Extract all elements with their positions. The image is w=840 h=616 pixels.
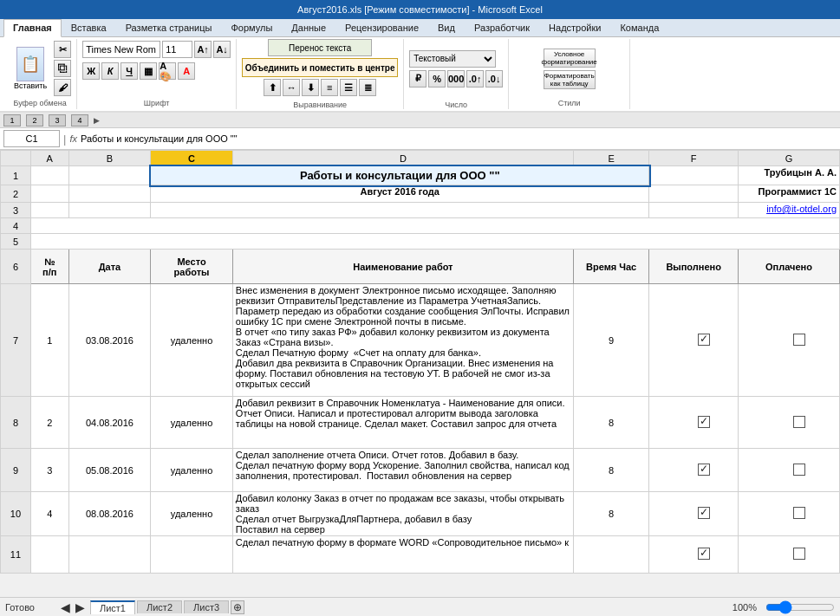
font-name-input[interactable] (82, 41, 160, 58)
tab-view[interactable]: Вид (428, 19, 465, 36)
col-header-a[interactable]: A (30, 151, 68, 166)
increase-font-button[interactable]: A↑ (194, 41, 212, 58)
row-num-4[interactable]: 4 (71, 114, 88, 126)
cell-row4[interactable] (30, 218, 839, 234)
currency-button[interactable]: ₽ (409, 70, 427, 88)
cell-a1[interactable] (30, 166, 68, 185)
cell-e8[interactable]: 8 (573, 397, 648, 449)
done-checkbox-7[interactable] (698, 334, 710, 346)
done-checkbox-8[interactable] (698, 416, 710, 428)
paid-checkbox-11[interactable] (793, 548, 805, 560)
bold-button[interactable]: Ж (82, 62, 100, 80)
underline-button[interactable]: Ч (120, 62, 138, 80)
cell-a3[interactable] (30, 203, 68, 218)
cell-g7[interactable] (739, 284, 840, 397)
tab-review[interactable]: Рецензирование (335, 19, 428, 36)
cell-b3[interactable] (68, 203, 151, 218)
cell-c3[interactable] (151, 203, 649, 218)
add-new-sheet-button[interactable]: ⊕ (231, 600, 244, 614)
cell-row5[interactable] (30, 234, 839, 250)
cell-g9[interactable] (739, 449, 840, 492)
paid-checkbox-10[interactable] (793, 507, 805, 519)
tab-data[interactable]: Данные (282, 19, 335, 36)
cell-e6[interactable]: Время Час (573, 250, 648, 284)
cell-g2[interactable]: Программист 1С (739, 185, 840, 203)
cell-b9[interactable]: 05.08.2016 (68, 449, 151, 492)
cell-g3[interactable]: info@it-otdel.org (739, 203, 840, 218)
cell-a7[interactable]: 1 (30, 284, 68, 397)
thousands-button[interactable]: 000 (447, 70, 465, 88)
cell-f2[interactable] (649, 185, 739, 203)
cell-b11[interactable] (68, 536, 151, 574)
cell-c2[interactable]: Август 2016 года (151, 185, 649, 203)
cell-g1[interactable]: Трубицын А. А. (739, 166, 840, 185)
sheet-tab-1[interactable]: Лист1 (90, 600, 135, 614)
cell-c10[interactable]: удаленно (151, 492, 233, 536)
done-checkbox-11[interactable] (698, 548, 710, 560)
add-sheet-button[interactable]: ◀ (61, 600, 70, 614)
cell-c7[interactable]: удаленно (151, 284, 233, 397)
decrease-font-button[interactable]: A↓ (213, 41, 231, 58)
col-header-b[interactable]: B (68, 151, 151, 166)
copy-button[interactable]: ⿻ (54, 60, 71, 77)
merge-button[interactable]: Объединить и поместить в центре (242, 58, 398, 77)
col-header-c[interactable]: C (151, 151, 233, 166)
cell-e9[interactable]: 8 (573, 449, 648, 492)
tab-formulas[interactable]: Формулы (221, 19, 282, 36)
tab-home[interactable]: Главная (3, 19, 62, 37)
cell-b7[interactable]: 03.08.2016 (68, 284, 151, 397)
cell-a11[interactable] (30, 536, 68, 574)
cell-d11[interactable]: Сделал печатную форму в формате WORD «Со… (232, 536, 573, 574)
cell-e10[interactable]: 8 (573, 492, 648, 536)
wrap-text-button[interactable]: Перенос текста (268, 39, 372, 56)
cell-f6[interactable]: Выполнено (649, 250, 739, 284)
conditional-format-button[interactable]: Условное форматирование (544, 49, 596, 68)
row-num-2[interactable]: 2 (26, 114, 43, 126)
cell-d7[interactable]: Внес изменения в документ Электронное пи… (232, 284, 573, 397)
font-color-button[interactable]: A (178, 62, 195, 80)
row-num-3[interactable]: 3 (49, 114, 66, 126)
tab-developer[interactable]: Разработчик (465, 19, 539, 36)
col-header-g[interactable]: G (739, 151, 840, 166)
zoom-slider[interactable] (765, 600, 835, 614)
cell-e7[interactable]: 9 (573, 284, 648, 397)
sheet-tab-3[interactable]: Лист3 (184, 600, 229, 613)
align-middle-button[interactable]: ↔ (283, 79, 300, 96)
align-center-button[interactable]: ☰ (340, 79, 357, 96)
cell-f7[interactable] (649, 284, 739, 397)
align-bottom-button[interactable]: ⬇ (302, 79, 319, 96)
done-checkbox-10[interactable] (698, 507, 710, 519)
cell-g8[interactable] (739, 397, 840, 449)
cell-f1[interactable] (649, 166, 739, 185)
cell-c9[interactable]: удаленно (151, 449, 233, 492)
align-top-button[interactable]: ⬆ (264, 79, 281, 96)
format-painter-button[interactable]: 🖌 (54, 79, 71, 96)
format-table-button[interactable]: Форматировать как таблицу (544, 70, 596, 89)
cell-f9[interactable] (649, 449, 739, 492)
cell-b6[interactable]: Дата (68, 250, 151, 284)
cell-a8[interactable]: 2 (30, 397, 68, 449)
cell-g6[interactable]: Оплачено (739, 250, 840, 284)
sheet-tab-2[interactable]: Лист2 (137, 600, 182, 613)
cell-f3[interactable] (649, 203, 739, 218)
cell-b10[interactable]: 08.08.2016 (68, 492, 151, 536)
cell-reference-input[interactable] (3, 130, 60, 147)
col-header-d[interactable]: D (232, 151, 573, 166)
row-num-1[interactable]: 1 (3, 114, 21, 126)
cell-c8[interactable]: удаленно (151, 397, 233, 449)
tab-page-layout[interactable]: Разметка страницы (116, 19, 222, 36)
cell-a9[interactable]: 3 (30, 449, 68, 492)
cell-a10[interactable]: 4 (30, 492, 68, 536)
cell-g11[interactable] (739, 536, 840, 574)
cell-d8[interactable]: Добавил реквизит в Справочник Номенклату… (232, 397, 573, 449)
cell-f8[interactable] (649, 397, 739, 449)
scroll-sheets-right[interactable]: ▶ (75, 600, 85, 614)
italic-button[interactable]: К (101, 62, 119, 80)
cell-d6[interactable]: Наименование работ (232, 250, 573, 284)
tab-insert[interactable]: Вставка (62, 19, 116, 36)
cut-button[interactable]: ✂ (54, 41, 71, 58)
tab-team[interactable]: Команда (610, 19, 668, 36)
percent-button[interactable]: % (428, 70, 446, 88)
cell-c6[interactable]: Место работы (151, 250, 233, 284)
formula-input[interactable] (81, 133, 837, 144)
